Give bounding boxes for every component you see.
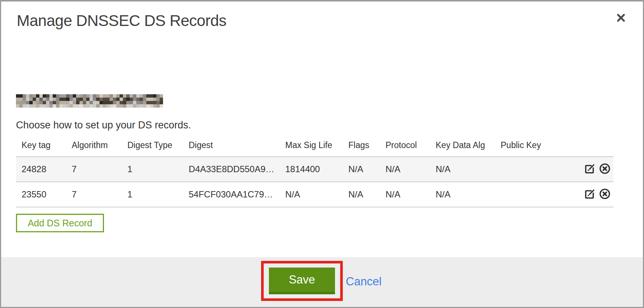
delete-icon	[599, 188, 611, 200]
domain-name-redacted	[16, 94, 163, 108]
cell-digest: 54FCF030AA1C79…	[183, 182, 280, 207]
col-header-protocol: Protocol	[380, 140, 430, 157]
edit-record-button[interactable]	[584, 188, 596, 201]
col-header-actions	[580, 140, 614, 157]
cell-max-sig-life: 1814400	[280, 157, 343, 182]
cell-digest-type: 1	[122, 182, 183, 207]
close-button[interactable]	[615, 12, 627, 24]
col-header-public-key: Public Key	[495, 140, 580, 157]
col-header-digest: Digest	[183, 140, 280, 157]
cell-public-key	[495, 182, 580, 207]
edit-icon	[584, 188, 596, 200]
dialog-title: Manage DNSSEC DS Records	[17, 12, 227, 30]
col-header-flags: Flags	[343, 140, 380, 157]
manage-dnssec-ds-records-dialog: Manage DNSSEC DS Records Choose how to s…	[0, 0, 644, 308]
cell-key-tag: 23550	[16, 182, 66, 207]
cell-max-sig-life: N/A	[280, 182, 343, 207]
col-header-key-tag: Key tag	[16, 140, 66, 157]
save-button[interactable]: Save	[269, 268, 335, 294]
cell-flags: N/A	[343, 182, 380, 207]
col-header-algorithm: Algorithm	[66, 140, 122, 157]
add-ds-record-button[interactable]: Add DS Record	[16, 214, 104, 232]
table-header-row: Key tag Algorithm Digest Type Digest Max…	[16, 140, 614, 157]
close-icon	[615, 12, 627, 23]
delete-record-button[interactable]	[599, 188, 611, 201]
save-button-highlight-annotation: Save	[261, 261, 343, 301]
table-row: 24828 7 1 D4A33E8DD550A9… 1814400 N/A N/…	[16, 157, 614, 182]
col-header-digest-type: Digest Type	[122, 140, 183, 157]
delete-record-button[interactable]	[599, 163, 611, 176]
cancel-link[interactable]: Cancel	[346, 275, 382, 288]
cell-key-data-alg: N/A	[430, 182, 495, 207]
table-row: 23550 7 1 54FCF030AA1C79… N/A N/A N/A N/…	[16, 182, 614, 207]
col-header-key-data-alg: Key Data Alg	[430, 140, 495, 157]
edit-icon	[584, 163, 596, 174]
cell-algorithm: 7	[66, 157, 122, 182]
instruction-text: Choose how to set up your DS records.	[16, 119, 191, 131]
cell-key-data-alg: N/A	[430, 157, 495, 182]
dialog-footer: Save Cancel	[1, 257, 643, 307]
col-header-max-sig-life: Max Sig Life	[280, 140, 343, 157]
cell-flags: N/A	[343, 157, 380, 182]
cell-public-key	[495, 157, 580, 182]
cell-protocol: N/A	[380, 157, 430, 182]
edit-record-button[interactable]	[584, 163, 596, 176]
cell-actions	[580, 182, 614, 207]
cell-key-tag: 24828	[16, 157, 66, 182]
cell-digest: D4A33E8DD550A9…	[183, 157, 280, 182]
cell-digest-type: 1	[122, 157, 183, 182]
cell-protocol: N/A	[380, 182, 430, 207]
ds-records-table: Key tag Algorithm Digest Type Digest Max…	[16, 140, 614, 207]
delete-icon	[599, 163, 611, 174]
cell-actions	[580, 157, 614, 182]
cell-algorithm: 7	[66, 182, 122, 207]
